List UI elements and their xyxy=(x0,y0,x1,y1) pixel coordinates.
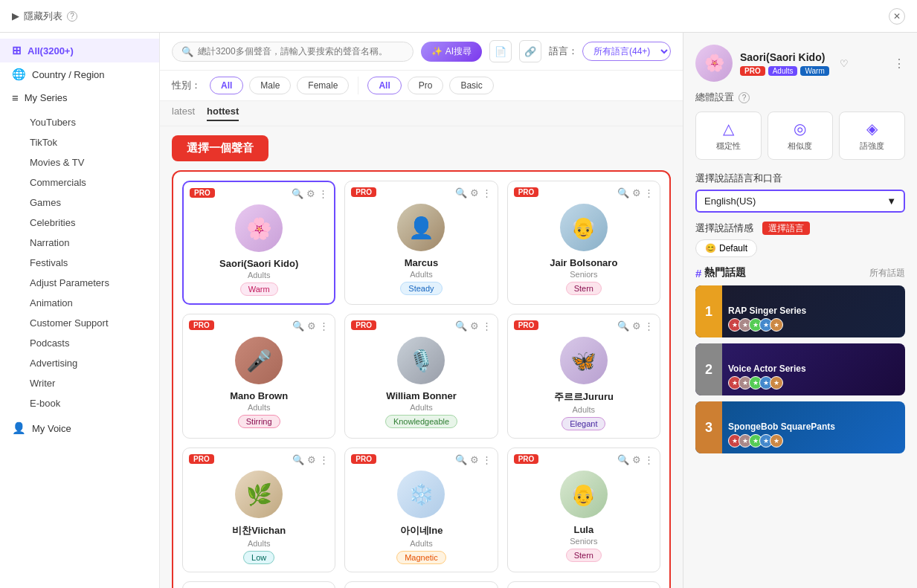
language-select[interactable]: 所有語言(44+) xyxy=(582,42,671,61)
voice-name: Jair Bolsonaro xyxy=(550,257,617,268)
search-card-icon[interactable]: 🔍 xyxy=(455,320,467,332)
grid-icon: ⊞ xyxy=(12,44,22,57)
emotion-section: 選擇說話情感 選擇語言 😊 Default xyxy=(695,222,905,257)
more-card-icon[interactable]: ⋮ xyxy=(482,320,492,332)
search-bar: 🔍 ✨ AI搜尋 📄 🔗 語言： 所有語言(44+) xyxy=(160,33,683,71)
sidebar-sub-item-movies-&-tv[interactable]: Movies & TV xyxy=(0,152,159,172)
more-card-icon[interactable]: ⋮ xyxy=(482,454,492,465)
tab-latest[interactable]: latest xyxy=(172,106,195,121)
more-card-icon[interactable]: ⋮ xyxy=(644,454,654,465)
gear-card-icon[interactable]: ⚙ xyxy=(632,454,641,465)
sidebar-sub-item-commercials[interactable]: Commercials xyxy=(0,172,159,193)
upload-icon-button[interactable]: 📄 xyxy=(489,40,512,62)
search-card-icon[interactable]: 🔍 xyxy=(292,320,304,332)
hide-list-area[interactable]: ▶ 隱藏列表 ? xyxy=(12,10,77,23)
language-dropdown[interactable]: English(US) ▼ xyxy=(695,190,905,213)
voice-avatar: 👤 xyxy=(397,204,445,251)
gear-card-icon[interactable]: ⚙ xyxy=(306,188,315,199)
sidebar-sub-item-narration[interactable]: Narration xyxy=(0,233,159,253)
language-select-wrap: 語言： 所有語言(44+) xyxy=(549,42,671,61)
search-input[interactable] xyxy=(198,46,404,56)
more-card-icon[interactable]: ⋮ xyxy=(319,454,329,465)
sidebar-sub-item-animation[interactable]: Animation xyxy=(0,293,159,313)
emotion-default-button[interactable]: 😊 Default xyxy=(695,239,757,257)
heart-icon[interactable]: ♡ xyxy=(840,58,849,69)
gender-male-button[interactable]: Male xyxy=(249,77,291,94)
voice-card[interactable]: PRO 🔍 ⚙ ⋮ 👴 Jair Bolsonaro Seniors Stern xyxy=(507,181,660,305)
sidebar-item-country[interactable]: 🌐 Country / Region xyxy=(0,62,159,86)
setting-label: 語強度 xyxy=(860,140,884,152)
voice-card[interactable]: PRO 🔍 ⚙ ⋮ 🦋 주르르Jururu Adults Elegant xyxy=(507,314,660,439)
sidebar-sub-item-customer-support[interactable]: Customer Support xyxy=(0,313,159,333)
voice-card[interactable]: PRO 🔍 ⚙ ⋮ 👔 xyxy=(344,581,498,588)
sidebar-sub-item-adjust-parameters[interactable]: Adjust Parameters xyxy=(0,273,159,293)
close-button[interactable]: ✕ xyxy=(889,8,905,25)
gear-card-icon[interactable]: ⚙ xyxy=(470,187,479,198)
search-input-wrap[interactable]: 🔍 xyxy=(172,42,414,62)
gender-all-button[interactable]: All xyxy=(210,77,243,94)
gear-card-icon[interactable]: ⚙ xyxy=(307,320,316,332)
sidebar-sub-item-writer[interactable]: Writer xyxy=(0,373,159,393)
sidebar-item-all[interactable]: ⊞ All(3200+) xyxy=(0,39,159,62)
language-section: 選擇說話語言和口音 English(US) ▼ xyxy=(695,172,905,213)
sidebar-sub-item-games[interactable]: Games xyxy=(0,193,159,213)
gear-card-icon[interactable]: ⚙ xyxy=(307,454,316,465)
search-card-icon[interactable]: 🔍 xyxy=(617,187,629,198)
gear-card-icon[interactable]: ⚙ xyxy=(632,320,641,332)
gear-card-icon[interactable]: ⚙ xyxy=(470,454,479,465)
voice-name: 아이네Ine xyxy=(400,524,443,537)
voice-card[interactable]: PRO 🔍 ⚙ ⋮ 🌿 비찬Viichan Adults Low xyxy=(182,448,335,572)
voice-card[interactable]: PRO 🔍 ⚙ ⋮ 🤵 xyxy=(182,581,335,588)
search-card-icon[interactable]: 🔍 xyxy=(617,454,629,465)
voice-card[interactable]: PRO 🔍 ⚙ ⋮ 🌸 Saori(Saori Kido) Adults War… xyxy=(182,181,335,305)
more-card-icon[interactable]: ⋮ xyxy=(318,188,328,199)
more-card-icon[interactable]: ⋮ xyxy=(644,187,654,198)
sidebar-sub-item-celebrities[interactable]: Celebrities xyxy=(0,213,159,233)
more-card-icon[interactable]: ⋮ xyxy=(319,320,329,332)
more-options-icon[interactable]: ⋮ xyxy=(893,56,905,71)
globe-icon: 🌐 xyxy=(12,68,26,81)
link-icon-button[interactable]: 🔗 xyxy=(519,40,541,62)
voice-card[interactable]: PRO 🔍 ⚙ ⋮ 🎙️ William Bonner Adults Knowl… xyxy=(344,314,498,439)
sidebar-sub-item-tiktok[interactable]: TikTok xyxy=(0,132,159,152)
setting-card-穩定性[interactable]: △ 穩定性 xyxy=(695,112,762,160)
type-pro-button[interactable]: Pro xyxy=(408,77,444,94)
voice-tag: Stern xyxy=(566,549,602,562)
search-card-icon[interactable]: 🔍 xyxy=(292,188,303,199)
trending-card[interactable]: 3 SpongeBob SquarePants ★★★★★ xyxy=(695,401,905,453)
help-icon[interactable]: ? xyxy=(739,92,750,103)
gear-card-icon[interactable]: ⚙ xyxy=(470,320,479,332)
voice-card[interactable]: PRO 🔍 ⚙ ⋮ 🎤 Mano Brown Adults Stirring xyxy=(182,314,335,439)
voice-avatar: 🌸 xyxy=(235,204,283,252)
voice-name: Saori(Saori Kido) xyxy=(219,258,298,269)
search-card-icon[interactable]: 🔍 xyxy=(455,187,467,198)
trending-card[interactable]: 2 Voice Actor Series ★★★★★ xyxy=(695,343,905,395)
ai-search-button[interactable]: ✨ AI搜尋 xyxy=(421,42,482,62)
sidebar-sub-item-festivals[interactable]: Festivals xyxy=(0,253,159,273)
voice-card[interactable]: PRO 🔍 ⚙ ⋮ ❄️ 아이네Ine Adults Magnetic xyxy=(344,448,498,572)
sidebar-item-my-voice[interactable]: 👤 My Voice xyxy=(0,416,159,440)
more-card-icon[interactable]: ⋮ xyxy=(482,187,492,198)
type-basic-button[interactable]: Basic xyxy=(449,77,493,94)
voice-card[interactable]: PRO 🔍 ⚙ ⋮ 👴 Lula Seniors Stern xyxy=(507,448,660,572)
gear-card-icon[interactable]: ⚙ xyxy=(632,187,641,198)
trending-all-link[interactable]: 所有話題 xyxy=(869,267,905,280)
search-card-icon[interactable]: 🔍 xyxy=(292,454,304,465)
sidebar-sub-item-youtubers[interactable]: YouTubers xyxy=(0,112,159,132)
trending-card[interactable]: 1 RAP Singer Series ★★★★★ xyxy=(695,285,905,337)
sidebar-sub-item-e-book[interactable]: E-book xyxy=(0,393,159,413)
setting-card-語強度[interactable]: ◈ 語強度 xyxy=(839,112,905,160)
search-card-icon[interactable]: 🔍 xyxy=(455,454,467,465)
gender-female-button[interactable]: Female xyxy=(297,77,349,94)
voice-card[interactable]: PRO 🔍 ⚙ ⋮ 👤 Marcus Adults Steady xyxy=(344,181,498,305)
sidebar-item-my-series[interactable]: ≡ My Series xyxy=(0,86,159,109)
tab-hottest[interactable]: hottest xyxy=(207,106,239,121)
voice-card[interactable]: PRO 🔍 ⚙ ⋮ 🎙 xyxy=(507,581,660,588)
type-all-button[interactable]: All xyxy=(367,77,401,94)
sidebar-sub-item-podcasts[interactable]: Podcasts xyxy=(0,333,159,353)
voice-avatar-emoji: 🎙️ xyxy=(408,349,434,373)
more-card-icon[interactable]: ⋮ xyxy=(644,320,654,332)
search-card-icon[interactable]: 🔍 xyxy=(617,320,629,332)
setting-card-相似度[interactable]: ◎ 相似度 xyxy=(768,112,834,160)
sidebar-sub-item-advertising[interactable]: Advertising xyxy=(0,353,159,373)
